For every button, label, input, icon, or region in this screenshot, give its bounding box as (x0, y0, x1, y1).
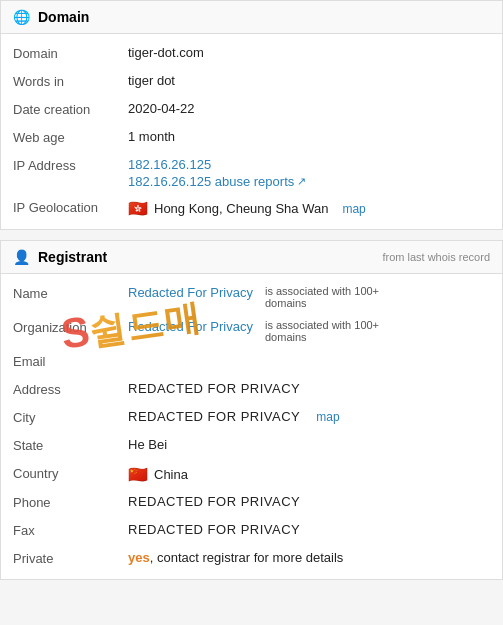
state-value: He Bei (128, 437, 490, 452)
external-link-icon: ↗ (297, 175, 306, 188)
private-rest: , contact registrar for more details (150, 550, 344, 565)
domain-value: tiger-dot.com (128, 45, 490, 60)
ip-address-row: IP Address 182.16.26.125 182.16.26.125 a… (1, 152, 502, 194)
email-row: Email (1, 348, 502, 376)
domain-header-label: Domain (38, 9, 89, 25)
web-age-label: Web age (13, 129, 128, 145)
address-label: Address (13, 381, 128, 397)
name-associated-note: is associated with 100+ domains (265, 285, 395, 309)
geo-map-link[interactable]: map (342, 202, 365, 216)
person-icon: 👤 (13, 249, 30, 265)
date-creation-label: Date creation (13, 101, 128, 117)
hk-flag: 🇭🇰 (128, 199, 148, 218)
fax-row: Fax REDACTED FOR PRIVACY (1, 517, 502, 545)
globe-icon: 🌐 (13, 9, 30, 25)
organization-link[interactable]: Redacted For Privacy (128, 319, 253, 334)
cn-flag: 🇨🇳 (128, 465, 148, 484)
domain-section-header: 🌐 Domain (1, 1, 502, 34)
email-label: Email (13, 353, 128, 369)
ip-address-value: 182.16.26.125 182.16.26.125 abuse report… (128, 157, 490, 189)
city-text: REDACTED FOR PRIVACY (128, 409, 300, 424)
registrant-header-note: from last whois record (382, 251, 490, 263)
date-creation-row: Date creation 2020-04-22 (1, 96, 502, 124)
domain-label: Domain (13, 45, 128, 61)
organization-row: Organization Redacted For Privacy is ass… (1, 314, 502, 348)
registrant-section-header: 👤 Registrant from last whois record (1, 241, 502, 274)
city-value: REDACTED FOR PRIVACY map (128, 409, 490, 424)
name-row: Name Redacted For Privacy is associated … (1, 280, 502, 314)
abuse-report-link[interactable]: 182.16.26.125 abuse reports (128, 174, 294, 189)
date-creation-value: 2020-04-22 (128, 101, 490, 116)
country-value: 🇨🇳 China (128, 465, 490, 484)
ip-address-label: IP Address (13, 157, 128, 173)
private-yes: yes (128, 550, 150, 565)
domain-row: Domain tiger-dot.com (1, 40, 502, 68)
org-associated-note: is associated with 100+ domains (265, 319, 395, 343)
state-row: State He Bei (1, 432, 502, 460)
country-text: China (154, 467, 188, 482)
geo-row: 🇭🇰 Hong Kong, Cheung Sha Wan map (128, 199, 490, 218)
fax-value: REDACTED FOR PRIVACY (128, 522, 490, 537)
geo-text: Hong Kong, Cheung Sha Wan (154, 201, 328, 216)
phone-label: Phone (13, 494, 128, 510)
words-row: Words in tiger dot (1, 68, 502, 96)
web-age-row: Web age 1 month (1, 124, 502, 152)
address-value: REDACTED FOR PRIVACY (128, 381, 490, 396)
name-value: Redacted For Privacy is associated with … (128, 285, 490, 309)
organization-label: Organization (13, 319, 128, 335)
country-row: Country 🇨🇳 China (1, 460, 502, 489)
domain-section: 🌐 Domain Domain tiger-dot.com Words in t… (0, 0, 503, 230)
registrant-header-label: Registrant (38, 249, 107, 265)
registrant-rows: Name Redacted For Privacy is associated … (1, 274, 502, 579)
name-link[interactable]: Redacted For Privacy (128, 285, 253, 300)
ip-geolocation-row: IP Geolocation 🇭🇰 Hong Kong, Cheung Sha … (1, 194, 502, 223)
country-label: Country (13, 465, 128, 481)
registrant-section: 👤 Registrant from last whois record S쉴드매… (0, 240, 503, 580)
ip-geolocation-value: 🇭🇰 Hong Kong, Cheung Sha Wan map (128, 199, 490, 218)
domain-rows: Domain tiger-dot.com Words in tiger dot … (1, 34, 502, 229)
state-label: State (13, 437, 128, 453)
city-label: City (13, 409, 128, 425)
words-label: Words in (13, 73, 128, 89)
phone-value: REDACTED FOR PRIVACY (128, 494, 490, 509)
fax-label: Fax (13, 522, 128, 538)
ip-geolocation-label: IP Geolocation (13, 199, 128, 215)
name-label: Name (13, 285, 128, 301)
organization-value: Redacted For Privacy is associated with … (128, 319, 490, 343)
ip-link[interactable]: 182.16.26.125 (128, 157, 211, 172)
city-map-link[interactable]: map (316, 410, 339, 424)
web-age-value: 1 month (128, 129, 490, 144)
private-label: Private (13, 550, 128, 566)
private-row: Private yes, contact registrar for more … (1, 545, 502, 573)
phone-row: Phone REDACTED FOR PRIVACY (1, 489, 502, 517)
address-row: Address REDACTED FOR PRIVACY (1, 376, 502, 404)
city-row: City REDACTED FOR PRIVACY map (1, 404, 502, 432)
words-value: tiger dot (128, 73, 490, 88)
private-value: yes, contact registrar for more details (128, 550, 490, 565)
